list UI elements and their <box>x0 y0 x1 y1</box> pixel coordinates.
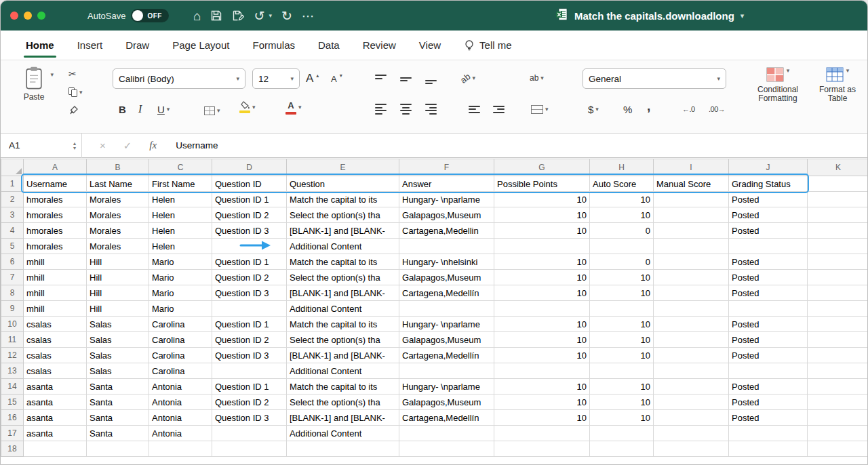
cell-C18[interactable] <box>149 441 212 457</box>
cell-A14[interactable]: asanta <box>24 379 87 395</box>
cell-G8[interactable]: 10 <box>494 285 590 301</box>
cell-K14[interactable] <box>808 379 868 395</box>
cell-F15[interactable]: Galapagos,Museum <box>399 395 494 410</box>
font-family-select[interactable]: Calibri (Body) ▾ <box>113 68 245 89</box>
cell-D7[interactable]: Question ID 2 <box>212 270 287 285</box>
cell-H10[interactable]: 10 <box>590 317 654 332</box>
cut-button[interactable]: ✂ <box>68 67 77 81</box>
borders-button[interactable]: ▾ <box>204 101 220 120</box>
cell-A8[interactable]: mhill <box>24 285 87 301</box>
cell-I12[interactable] <box>654 348 729 363</box>
row-header-1[interactable]: 1 <box>1 176 24 192</box>
cell-C14[interactable]: Antonia <box>149 379 212 395</box>
row-header-4[interactable]: 4 <box>1 223 24 239</box>
cell-D17[interactable] <box>212 426 287 441</box>
increase-decimal-button[interactable]: ←.0 <box>682 100 695 119</box>
cell-C13[interactable]: Carolina <box>149 363 212 379</box>
select-all-button[interactable] <box>1 159 24 176</box>
cell-A2[interactable]: hmorales <box>24 192 87 207</box>
cell-B2[interactable]: Morales <box>87 192 149 207</box>
cell-B5[interactable]: Morales <box>87 239 149 254</box>
cell-C1[interactable]: First Name <box>149 176 212 192</box>
cell-B18[interactable] <box>87 441 149 457</box>
bold-button[interactable]: B <box>119 100 126 119</box>
cell-K1[interactable] <box>808 176 868 192</box>
cell-I1[interactable]: Manual Score <box>654 176 729 192</box>
cell-D13[interactable] <box>212 363 287 379</box>
row-header-17[interactable]: 17 <box>1 426 24 441</box>
cell-A11[interactable]: csalas <box>24 332 87 348</box>
row-header-7[interactable]: 7 <box>1 270 24 285</box>
minimize-button[interactable] <box>24 12 32 20</box>
cell-F6[interactable]: Hungary- \nhelsinki <box>399 254 494 270</box>
cell-J12[interactable]: Posted <box>729 348 808 363</box>
cell-E16[interactable]: [BLANK-1] and [BLANK- <box>287 410 399 426</box>
cell-A3[interactable]: hmorales <box>24 207 87 223</box>
cell-E11[interactable]: Select the option(s) tha <box>287 332 399 348</box>
cell-H18[interactable] <box>590 441 654 457</box>
cell-D4[interactable]: Question ID 3 <box>212 223 287 239</box>
cell-G16[interactable]: 10 <box>494 410 590 426</box>
insert-function-button[interactable]: fx <box>149 140 157 151</box>
cell-H15[interactable]: 10 <box>590 395 654 410</box>
cell-G4[interactable]: 10 <box>494 223 590 239</box>
cell-B15[interactable]: Santa <box>87 395 149 410</box>
row-header-9[interactable]: 9 <box>1 301 24 317</box>
tab-formulas[interactable]: Formulas <box>241 31 307 60</box>
cell-C15[interactable]: Antonia <box>149 395 212 410</box>
cell-F18[interactable] <box>399 441 494 457</box>
currency-button[interactable]: $ ▾ <box>588 100 599 119</box>
cell-J13[interactable] <box>729 363 808 379</box>
cell-G2[interactable]: 10 <box>494 192 590 207</box>
cell-J7[interactable]: Posted <box>729 270 808 285</box>
row-header-13[interactable]: 13 <box>1 363 24 379</box>
cell-J4[interactable]: Posted <box>729 223 808 239</box>
cell-F2[interactable]: Hungary- \nparlame <box>399 192 494 207</box>
underline-button[interactable]: U ▾ <box>157 100 170 119</box>
cell-A15[interactable]: asanta <box>24 395 87 410</box>
cell-J17[interactable] <box>729 426 808 441</box>
cell-E13[interactable]: Additional Content <box>287 363 399 379</box>
cell-E3[interactable]: Select the option(s) tha <box>287 207 399 223</box>
cell-F12[interactable]: Cartagena,Medellín <box>399 348 494 363</box>
cell-C8[interactable]: Mario <box>149 285 212 301</box>
cell-A9[interactable]: mhill <box>24 301 87 317</box>
col-header-F[interactable]: F <box>399 159 494 176</box>
cell-A7[interactable]: mhill <box>24 270 87 285</box>
more-commands-icon[interactable]: ⋯ <box>302 9 315 22</box>
cell-A17[interactable]: asanta <box>24 426 87 441</box>
cell-H11[interactable]: 10 <box>590 332 654 348</box>
col-header-E[interactable]: E <box>287 159 399 176</box>
cell-J2[interactable]: Posted <box>729 192 808 207</box>
cell-K2[interactable] <box>808 192 868 207</box>
document-title[interactable]: Match the capitals.downloadlong <box>574 10 734 22</box>
cell-F11[interactable]: Galapagos,Museum <box>399 332 494 348</box>
cell-K4[interactable] <box>808 223 868 239</box>
cell-G13[interactable] <box>494 363 590 379</box>
align-middle-button[interactable] <box>400 70 412 89</box>
autosave-toggle[interactable]: OFF <box>131 9 169 22</box>
cell-I9[interactable] <box>654 301 729 317</box>
cell-A4[interactable]: hmorales <box>24 223 87 239</box>
formula-bar-value[interactable]: Username <box>176 140 218 150</box>
cell-J8[interactable]: Posted <box>729 285 808 301</box>
cell-H13[interactable] <box>590 363 654 379</box>
cell-F14[interactable]: Hungary- \nparlame <box>399 379 494 395</box>
fill-color-button[interactable]: ▾ <box>239 98 256 117</box>
cell-D3[interactable]: Question ID 2 <box>212 207 287 223</box>
cell-I14[interactable] <box>654 379 729 395</box>
cell-B8[interactable]: Hill <box>87 285 149 301</box>
cell-H9[interactable] <box>590 301 654 317</box>
cell-E15[interactable]: Select the option(s) tha <box>287 395 399 410</box>
tab-data[interactable]: Data <box>307 31 351 60</box>
row-header-2[interactable]: 2 <box>1 192 24 207</box>
close-button[interactable] <box>10 12 18 20</box>
col-header-G[interactable]: G <box>494 159 590 176</box>
cell-F1[interactable]: Answer <box>399 176 494 192</box>
cell-H7[interactable]: 10 <box>590 270 654 285</box>
cell-D6[interactable]: Question ID 1 <box>212 254 287 270</box>
increase-indent-button[interactable] <box>493 100 505 119</box>
cell-C10[interactable]: Carolina <box>149 317 212 332</box>
cell-B11[interactable]: Salas <box>87 332 149 348</box>
cell-A13[interactable]: csalas <box>24 363 87 379</box>
